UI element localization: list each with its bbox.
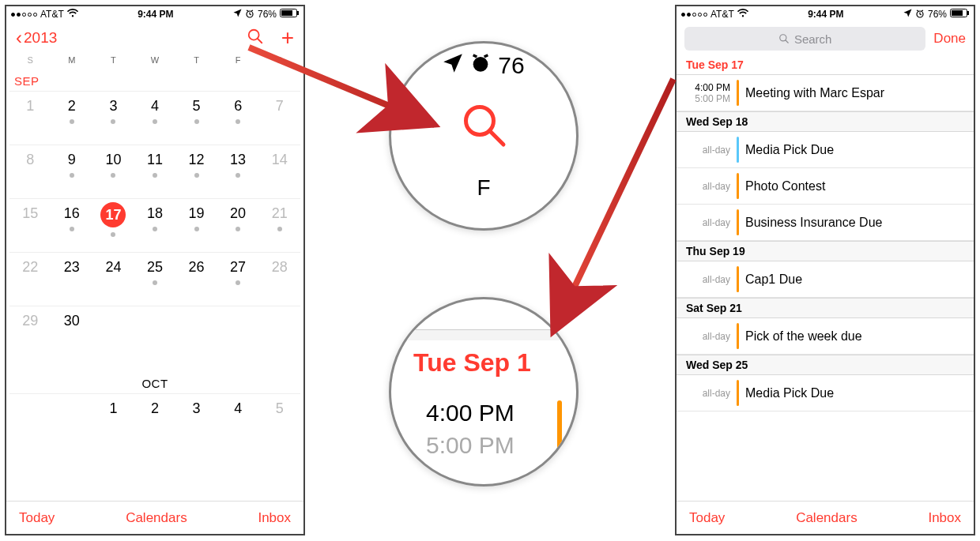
- event-row[interactable]: all-dayMedia Pick Due: [677, 132, 974, 168]
- section-header: Sat Sep 21: [677, 298, 974, 318]
- day-number: 11: [147, 152, 163, 168]
- search-button[interactable]: [247, 28, 264, 48]
- section-header: Wed Sep 25: [677, 355, 974, 375]
- add-event-button[interactable]: +: [281, 27, 294, 49]
- day-cell[interactable]: 16: [51, 198, 93, 252]
- day-cell[interactable]: 21: [258, 198, 300, 252]
- today-button[interactable]: Today: [689, 510, 725, 526]
- event-color-bar: [737, 80, 739, 106]
- day-cell[interactable]: 14: [258, 145, 300, 198]
- day-number: 23: [64, 259, 80, 276]
- day-cell: [134, 306, 176, 359]
- day-cell[interactable]: 4: [134, 91, 176, 145]
- day-cell[interactable]: 12: [175, 145, 217, 198]
- day-cell[interactable]: 3: [92, 91, 134, 145]
- day-cell[interactable]: 7: [258, 91, 300, 145]
- day-cell[interactable]: 23: [51, 252, 93, 306]
- nav-bar: ‹ 2013 +: [6, 22, 303, 54]
- day-number: 2: [68, 98, 76, 115]
- event-row[interactable]: 4:00 PM5:00 PMMeeting with Marc Espar: [677, 75, 974, 111]
- day-cell[interactable]: 6: [217, 91, 259, 145]
- magnifier-search-icon: 76 F: [389, 41, 579, 231]
- day-cell[interactable]: 8: [9, 145, 51, 198]
- event-end-time: 5:00 PM: [426, 430, 514, 462]
- day-cell[interactable]: 2: [134, 393, 176, 434]
- day-cell[interactable]: 4: [217, 393, 259, 434]
- event-dot-icon: [236, 280, 240, 285]
- done-button[interactable]: Done: [933, 31, 966, 47]
- location-icon: [233, 9, 242, 20]
- event-color-bar: [737, 266, 739, 292]
- day-number: 2: [151, 400, 159, 417]
- calendars-button[interactable]: Calendars: [126, 510, 187, 526]
- day-cell[interactable]: 27: [217, 252, 259, 306]
- section-header: Thu Sep 19: [677, 241, 974, 261]
- day-cell[interactable]: 3: [175, 393, 217, 434]
- day-number: 15: [22, 205, 38, 222]
- day-cell[interactable]: 5: [258, 393, 300, 434]
- day-cell[interactable]: 2: [51, 91, 93, 145]
- svg-point-12: [473, 57, 488, 72]
- battery-icon: [950, 9, 969, 20]
- today-button[interactable]: Today: [19, 510, 55, 526]
- signal-dots-icon: [681, 13, 707, 17]
- day-number: 3: [109, 98, 117, 115]
- next-month-label: OCT: [6, 359, 303, 393]
- day-cell[interactable]: 15: [9, 198, 51, 252]
- status-time: 9:44 PM: [808, 9, 843, 20]
- event-row[interactable]: all-dayPhoto Contest: [677, 168, 974, 205]
- day-cell[interactable]: 10: [92, 145, 134, 198]
- weekday-label: S: [9, 55, 51, 65]
- day-cell[interactable]: 24: [92, 252, 134, 306]
- day-cell[interactable]: 25: [134, 252, 176, 306]
- phone-search-view: AT&T 9:44 PM 76% Search Done Tue Sep 174…: [675, 5, 975, 535]
- day-number: 14: [272, 152, 288, 168]
- calendars-button[interactable]: Calendars: [796, 510, 858, 526]
- event-list[interactable]: Tue Sep 174:00 PM5:00 PMMeeting with Mar…: [677, 55, 974, 501]
- day-number: 27: [230, 259, 246, 276]
- back-year-button[interactable]: ‹ 2013: [16, 28, 57, 47]
- event-row[interactable]: all-dayCap1 Due: [677, 261, 974, 298]
- day-cell[interactable]: 22: [9, 252, 51, 306]
- event-title: Business Insurance Due: [745, 205, 882, 240]
- day-cell[interactable]: 20: [217, 198, 259, 252]
- magnifier-event-list: Tue Sep 1 4:00 PM 5:00 PM: [389, 297, 579, 487]
- search-row: Search Done: [677, 22, 974, 55]
- day-cell[interactable]: 13: [217, 145, 259, 198]
- status-time: 9:44 PM: [138, 9, 173, 20]
- search-icon: [460, 101, 507, 152]
- day-cell[interactable]: 17: [92, 198, 134, 252]
- day-cell[interactable]: 29: [9, 306, 51, 359]
- day-cell[interactable]: 26: [175, 252, 217, 306]
- weekday-label: M: [51, 55, 93, 65]
- day-cell[interactable]: 1: [9, 91, 51, 145]
- event-color-bar: [737, 209, 739, 235]
- day-cell[interactable]: 9: [51, 145, 93, 198]
- signal-dots-icon: [11, 13, 37, 17]
- day-cell[interactable]: 28: [258, 252, 300, 306]
- inbox-button[interactable]: Inbox: [258, 510, 291, 526]
- event-row[interactable]: all-dayBusiness Insurance Due: [677, 205, 974, 241]
- event-dot-icon: [111, 232, 115, 237]
- inbox-button[interactable]: Inbox: [928, 510, 961, 526]
- event-title: Media Pick Due: [745, 375, 834, 411]
- day-cell: [9, 393, 51, 434]
- event-color-bar: [737, 380, 739, 406]
- day-cell[interactable]: 1: [92, 393, 134, 434]
- event-dot-icon: [236, 173, 240, 178]
- search-input[interactable]: Search: [684, 27, 925, 51]
- day-cell[interactable]: 30: [51, 306, 93, 359]
- day-cell[interactable]: 19: [175, 198, 217, 252]
- event-row[interactable]: all-dayMedia Pick Due: [677, 375, 974, 411]
- day-cell[interactable]: 5: [175, 91, 217, 145]
- event-row[interactable]: all-dayPick of the week due: [677, 318, 974, 355]
- svg-line-5: [257, 39, 262, 43]
- day-number: 22: [22, 259, 38, 276]
- alarm-icon: [915, 9, 925, 21]
- event-dot-icon: [194, 173, 199, 178]
- day-cell[interactable]: 11: [134, 145, 176, 198]
- location-icon: [903, 9, 912, 20]
- svg-line-14: [490, 131, 504, 145]
- day-cell[interactable]: 18: [134, 198, 176, 252]
- status-bar: AT&T 9:44 PM 76%: [6, 6, 303, 22]
